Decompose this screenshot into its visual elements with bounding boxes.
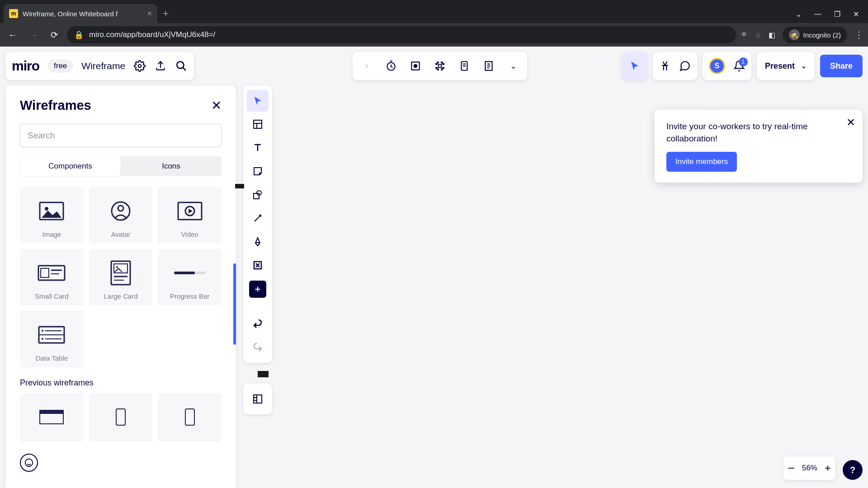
reload-button[interactable]: ⟳ [46, 27, 62, 43]
present-button[interactable]: Present ⌄ [757, 52, 815, 80]
browser-tab[interactable]: m Wireframe, Online Whiteboard f × [4, 4, 157, 23]
redo-button[interactable] [247, 337, 269, 358]
expand-toolbar-icon[interactable]: › [359, 58, 374, 74]
export-icon[interactable] [154, 60, 167, 72]
panel-scrollbar[interactable] [233, 263, 236, 345]
user-avatar[interactable]: S [709, 58, 725, 74]
component-label: Progress Bar [161, 292, 218, 300]
kebab-menu-icon[interactable]: ⋮ [854, 29, 863, 40]
help-button[interactable]: ? [843, 460, 863, 480]
zoom-level[interactable]: 56% [802, 464, 817, 473]
component-video[interactable]: Video [158, 187, 222, 244]
phone-tab-close[interactable]: Close [424, 201, 440, 212]
new-tab-button[interactable]: + [163, 8, 169, 19]
search-icon[interactable] [175, 60, 188, 72]
alignment-guide-vertical [514, 173, 514, 363]
small-card-icon [38, 265, 66, 281]
tabs-dropdown-icon[interactable]: ⌄ [796, 10, 802, 19]
select-tool[interactable] [247, 90, 269, 112]
incognito-label: Incognito (2) [803, 31, 841, 39]
component-image[interactable]: Image [20, 187, 84, 244]
frame-tool[interactable] [247, 254, 269, 276]
phone-notch [361, 227, 371, 291]
zoom-controls: − 56% + [783, 456, 835, 480]
invite-members-button[interactable]: Invite members [666, 152, 737, 172]
reactions-comments-box [653, 52, 697, 80]
notification-badge: 1 [739, 57, 748, 66]
tab-close-icon[interactable]: × [147, 9, 152, 19]
notifications-button[interactable]: 1 [733, 60, 745, 72]
phone-tab-archived[interactable]: Archived [457, 201, 481, 212]
previous-wireframe-item[interactable] [158, 393, 222, 442]
image-icon [446, 253, 461, 266]
reactions-icon[interactable] [659, 60, 671, 72]
more-tools-button[interactable] [249, 281, 266, 298]
frame-label[interactable]: Copy of Phone [348, 165, 408, 175]
url-text: miro.com/app/board/uXjVMqU6x48=/ [89, 30, 215, 39]
sticky-note-tool[interactable] [247, 160, 269, 182]
component-small-card[interactable]: Small Card [20, 249, 84, 305]
eye-off-icon[interactable]: 👁 [741, 31, 748, 39]
text-tool[interactable] [247, 137, 269, 159]
presentation-icon[interactable] [432, 58, 448, 74]
previous-wireframe-item[interactable] [20, 393, 84, 442]
board-name[interactable]: Wireframe [81, 61, 125, 71]
panel-search-input[interactable] [20, 124, 222, 147]
incognito-badge[interactable]: 🕵 Incognito (2) [783, 27, 847, 43]
phone-tab-open[interactable]: Open [392, 201, 408, 212]
note-icon[interactable] [481, 58, 496, 74]
settings-icon[interactable] [133, 60, 146, 72]
popup-close-icon[interactable]: ✕ [846, 116, 855, 129]
video-icon [177, 202, 203, 221]
back-button[interactable]: ← [5, 27, 21, 43]
minimize-icon[interactable]: ― [814, 10, 821, 19]
shapes-tool[interactable] [247, 184, 269, 206]
progress-bar-icon [174, 271, 206, 275]
estimation-icon[interactable] [457, 58, 472, 74]
browser-toolbar: ← → ⟳ 🔒 miro.com/app/board/uXjVMqU6x48=/… [0, 23, 868, 47]
zoom-out-button[interactable]: − [788, 461, 795, 475]
selection-marquee [514, 189, 637, 291]
scroll-indicator [235, 184, 244, 188]
component-avatar[interactable]: Avatar [89, 187, 153, 244]
templates-tool[interactable] [247, 113, 269, 135]
svg-rect-30 [185, 409, 194, 425]
comments-icon[interactable] [679, 60, 691, 72]
slides-panel-button[interactable] [247, 388, 269, 410]
phone-frame[interactable]: Open Close Archived [348, 178, 692, 340]
svg-point-3 [177, 61, 184, 68]
previous-wireframe-item[interactable] [89, 393, 153, 442]
vertical-toolbar [243, 85, 272, 363]
address-bar[interactable]: 🔒 miro.com/app/board/uXjVMqU6x48=/ [67, 26, 736, 43]
feedback-button[interactable] [20, 454, 38, 472]
connection-line-tool[interactable] [247, 207, 269, 229]
component-data-table[interactable]: Data Table [20, 311, 84, 367]
more-apps-icon[interactable]: ⌄ [505, 58, 521, 74]
plan-badge[interactable]: free [47, 59, 73, 73]
component-large-card[interactable]: Large Card [89, 249, 153, 305]
panel-close-icon[interactable]: ✕ [211, 98, 222, 113]
component-label: Small Card [24, 292, 80, 300]
miro-logo[interactable]: miro [12, 58, 39, 74]
tab-components[interactable]: Components [20, 156, 121, 176]
timer-icon[interactable] [383, 58, 399, 74]
forward-button[interactable]: → [25, 27, 42, 43]
tab-icons[interactable]: Icons [121, 156, 222, 176]
side-panel-icon[interactable]: ◧ [769, 31, 775, 39]
pen-tool[interactable] [247, 231, 269, 253]
chevron-down-icon[interactable]: ⌄ [801, 62, 807, 70]
component-label: Video [161, 230, 218, 238]
image-placeholder[interactable] [392, 224, 514, 296]
undo-button[interactable] [247, 313, 269, 335]
close-window-icon[interactable]: ✕ [853, 10, 859, 19]
previous-wireframes-grid [20, 393, 222, 442]
component-progress-bar[interactable]: Progress Bar [158, 249, 222, 305]
bookmark-star-icon[interactable]: ☆ [755, 31, 761, 39]
cursor-mode-button[interactable] [622, 52, 647, 80]
maximize-icon[interactable]: ❐ [834, 10, 840, 19]
svg-rect-34 [254, 193, 259, 199]
collaborators-box: S 1 [703, 52, 751, 80]
share-button[interactable]: Share [820, 55, 863, 77]
voting-icon[interactable] [408, 58, 423, 74]
zoom-in-button[interactable]: + [825, 462, 831, 474]
